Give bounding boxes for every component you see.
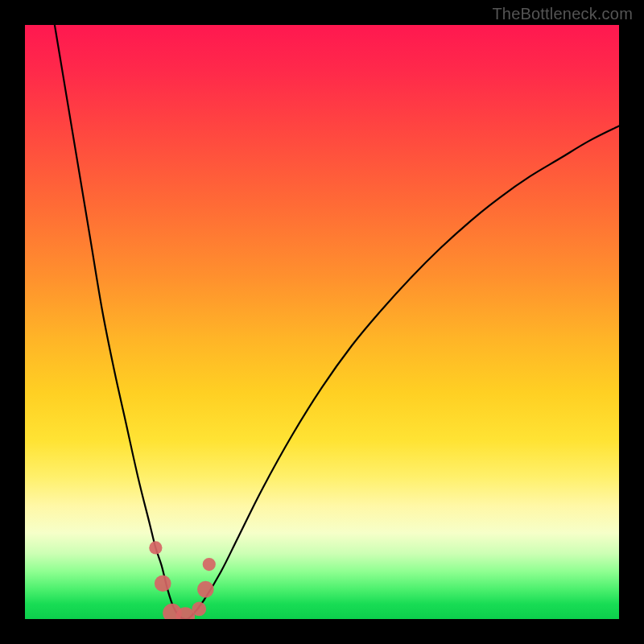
right-upper-blob xyxy=(197,581,214,598)
plot-area xyxy=(25,25,619,619)
left-mid-blob xyxy=(155,575,171,592)
left-upper-dot xyxy=(149,541,162,554)
bottom-right-dot xyxy=(192,602,206,617)
curve-layer xyxy=(25,25,619,619)
attribution-text: TheBottleneck.com xyxy=(492,5,633,23)
bottleneck-curve xyxy=(55,25,619,619)
curve-markers xyxy=(149,541,216,619)
chart-frame: TheBottleneck.com xyxy=(0,0,644,644)
right-top-dot xyxy=(203,558,216,571)
